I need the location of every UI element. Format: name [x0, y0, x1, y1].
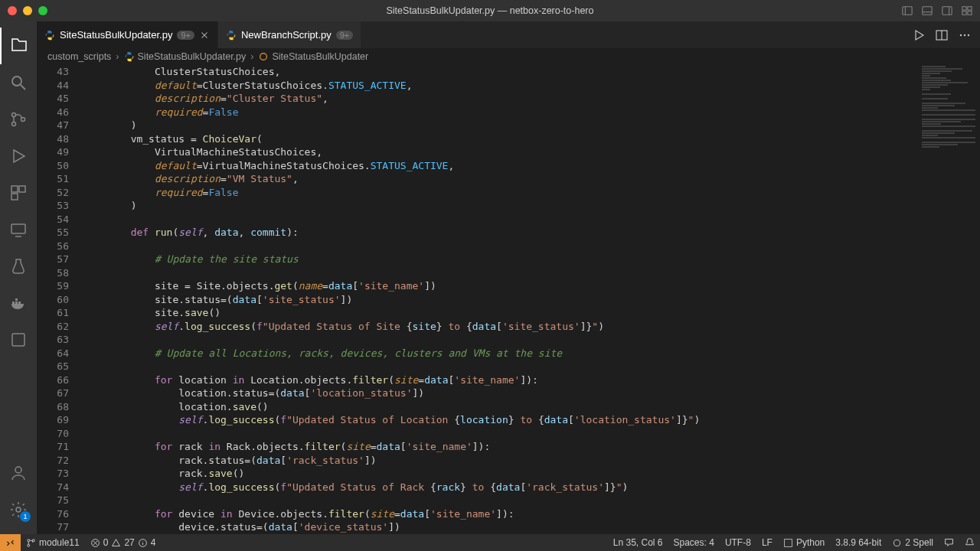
status-bar: module11 0 27 4 Ln 35, Col 6 Spaces: 4 U…: [0, 534, 980, 551]
svg-point-31: [968, 34, 969, 35]
svg-rect-6: [962, 7, 966, 10]
tab-label: SiteStatusBulkUpdater.py: [60, 29, 172, 41]
line-numbers: 4344454647484950515253545556575859606162…: [37, 65, 83, 534]
git-branch[interactable]: module11: [21, 534, 85, 551]
remote-explorer-icon[interactable]: [0, 211, 37, 248]
spell-check[interactable]: 2 Spell: [887, 537, 939, 548]
extensions-icon[interactable]: [0, 174, 37, 211]
svg-rect-7: [968, 7, 972, 10]
tab-label: NewBranchScript.py: [241, 29, 332, 41]
python-file-icon: [226, 30, 237, 41]
chevron-right-icon: ›: [116, 51, 119, 62]
remote-indicator[interactable]: [0, 534, 21, 551]
svg-point-41: [894, 540, 900, 546]
class-icon: [258, 51, 269, 62]
svg-rect-17: [11, 194, 18, 200]
activity-bar: 1: [0, 21, 37, 534]
docker-icon[interactable]: [0, 285, 37, 321]
svg-point-10: [12, 77, 21, 86]
titlebar: SiteStatusBulkUpdater.py — netbox-zero-t…: [0, 0, 980, 21]
breadcrumb-file[interactable]: SiteStatusBulkUpdater.py: [138, 51, 247, 62]
explorer-icon[interactable]: [0, 28, 37, 64]
breadcrumb-symbol[interactable]: SiteStatusBulkUpdater: [272, 51, 368, 62]
svg-rect-21: [15, 302, 18, 304]
source-control-icon[interactable]: [0, 101, 37, 138]
svg-rect-40: [785, 539, 792, 546]
close-icon[interactable]: [199, 30, 210, 41]
svg-rect-4: [942, 7, 952, 15]
minimap[interactable]: [919, 65, 980, 534]
svg-point-29: [960, 34, 962, 35]
run-icon[interactable]: [913, 29, 925, 41]
svg-point-26: [16, 507, 21, 512]
chevron-right-icon: ›: [250, 51, 253, 62]
svg-rect-0: [903, 7, 912, 15]
svg-rect-22: [18, 302, 21, 304]
code-editor[interactable]: 4344454647484950515253545556575859606162…: [37, 65, 980, 534]
notifications-icon[interactable]: [959, 537, 980, 547]
python-interpreter[interactable]: 3.8.9 64-bit: [830, 537, 887, 548]
svg-rect-16: [19, 186, 25, 192]
svg-point-32: [260, 54, 267, 60]
svg-point-34: [28, 544, 30, 546]
svg-rect-23: [15, 298, 18, 301]
svg-rect-20: [12, 302, 15, 304]
encoding[interactable]: UTF-8: [720, 537, 756, 548]
panel-right-icon[interactable]: [942, 5, 952, 16]
svg-rect-15: [11, 186, 18, 192]
feedback-icon[interactable]: [939, 537, 959, 547]
svg-point-14: [21, 118, 25, 122]
run-debug-icon[interactable]: [0, 138, 37, 174]
testing-icon[interactable]: [0, 248, 37, 285]
svg-point-12: [12, 113, 16, 117]
sidebar-extra-icon[interactable]: [0, 321, 37, 358]
editor-tabs: SiteStatusBulkUpdater.py 9+ NewBranchScr…: [37, 21, 980, 48]
tab-newbranchscript[interactable]: NewBranchScript.py 9+: [218, 21, 361, 48]
svg-point-25: [15, 467, 21, 473]
layout-icon[interactable]: [962, 5, 972, 16]
svg-rect-18: [11, 224, 25, 233]
window-controls: [8, 6, 47, 15]
svg-point-33: [28, 539, 30, 541]
python-file-icon: [44, 30, 55, 41]
tab-sitestatusbulkupdater[interactable]: SiteStatusBulkUpdater.py 9+: [37, 21, 218, 48]
search-icon[interactable]: [0, 64, 37, 101]
indentation[interactable]: Spaces: 4: [668, 537, 720, 548]
cursor-position[interactable]: Ln 35, Col 6: [608, 537, 668, 548]
svg-point-30: [964, 34, 965, 35]
svg-rect-24: [12, 334, 24, 346]
tab-badge: 9+: [336, 31, 354, 40]
more-actions-icon[interactable]: [959, 29, 971, 41]
window-title: SiteStatusBulkUpdater.py — netbox-zero-t…: [387, 5, 594, 16]
panel-bottom-icon[interactable]: [922, 5, 933, 16]
minimize-window-button[interactable]: [23, 6, 32, 15]
svg-rect-9: [968, 11, 972, 15]
eol[interactable]: LF: [756, 537, 778, 548]
breadcrumb-folder[interactable]: custom_scripts: [47, 51, 111, 62]
panel-left-icon[interactable]: [902, 5, 913, 16]
svg-rect-8: [962, 11, 966, 15]
python-file-icon: [124, 51, 135, 62]
svg-point-13: [12, 122, 16, 126]
problems[interactable]: 0 27 4: [85, 534, 162, 551]
accounts-icon[interactable]: [0, 455, 37, 491]
maximize-window-button[interactable]: [38, 6, 47, 15]
settings-gear-icon[interactable]: 1: [0, 491, 37, 528]
language-mode[interactable]: Python: [778, 537, 830, 548]
split-editor-icon[interactable]: [936, 29, 948, 41]
settings-badge: 1: [20, 511, 31, 522]
breadcrumb[interactable]: custom_scripts › SiteStatusBulkUpdater.p…: [37, 48, 980, 65]
svg-rect-2: [923, 7, 932, 15]
tab-badge: 9+: [177, 31, 194, 40]
code-content[interactable]: ClusterStatusChoices, default=ClusterSta…: [83, 65, 980, 534]
close-window-button[interactable]: [8, 6, 17, 15]
svg-line-11: [21, 85, 25, 90]
